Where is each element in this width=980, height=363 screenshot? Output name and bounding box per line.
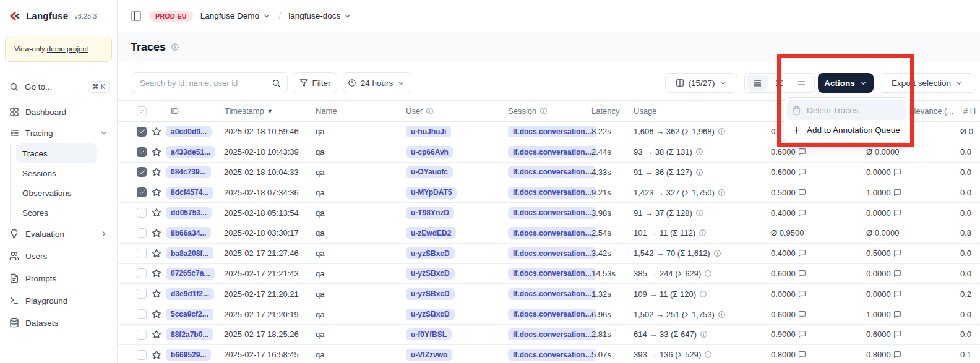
trace-checkbox[interactable] [137,228,147,238]
select-all-checkbox[interactable] [137,106,147,116]
trace-checkbox[interactable] [137,289,147,299]
session-id-badge[interactable]: lf.docs.conversation... [508,187,596,199]
info-icon[interactable] [695,148,703,156]
trace-id-badge[interactable]: a433de51... [166,146,215,158]
columns-button[interactable]: (15/27) [665,73,737,93]
trace-id-badge[interactable]: 5cca9cf2... [166,309,213,320]
sidebar-item-observations[interactable]: Observations [16,183,97,203]
column-header-id[interactable]: ID [171,101,179,121]
trace-checkbox[interactable] [137,208,147,218]
trace-checkbox[interactable] [137,350,147,360]
star-icon[interactable] [152,187,161,197]
table-row[interactable]: 88f2a7b0...2025-02-17 18:25:26qau-f0YfBS… [118,325,980,345]
comment-icon[interactable] [798,249,806,257]
star-icon[interactable] [152,330,161,340]
star-icon[interactable] [152,147,161,157]
table-row[interactable]: a433de51...2025-02-18 10:43:39qau-cp66Av… [118,142,980,163]
actions-button[interactable]: Actions [818,73,874,93]
comment-icon[interactable] [798,148,806,156]
trace-id-badge[interactable]: b669529... [166,349,211,361]
trace-id-badge[interactable]: 8dcf4574... [166,187,213,199]
column-header-latency[interactable]: Latency [591,101,620,121]
info-icon[interactable] [700,330,708,338]
session-id-badge[interactable]: lf.docs.conversation... [508,288,596,300]
star-icon[interactable] [152,268,161,278]
user-id-badge[interactable]: u-f0YfBSL [406,328,452,340]
session-id-badge[interactable]: lf.docs.conversation... [508,227,596,239]
search-input[interactable] [132,73,265,93]
sidebar-item-users[interactable]: Users [0,245,117,267]
star-icon[interactable] [152,228,161,238]
row-height-large-button[interactable] [791,75,812,91]
column-header-scoreC[interactable]: # H [963,101,976,121]
sidebar-item-prompts[interactable]: Prompts [0,267,117,289]
info-icon[interactable] [699,290,707,298]
comment-icon[interactable] [798,310,806,318]
table-row[interactable]: 07265c7a...2025-02-17 21:21:43qau-yzSBxc… [118,264,980,284]
sidebar-item-scores[interactable]: Scores [16,203,97,223]
trace-id-badge[interactable]: ba8a208f... [166,247,213,259]
session-id-badge[interactable]: lf.docs.conversation... [508,126,596,137]
sidebar-item-evaluation[interactable]: Evaluation [0,223,117,245]
sidebar-item-sessions[interactable]: Sessions [16,163,97,183]
info-icon[interactable] [171,43,179,51]
star-icon[interactable] [152,309,161,319]
session-id-badge[interactable]: lf.docs.conversation... [508,247,596,259]
comment-icon[interactable] [893,270,901,278]
info-icon[interactable] [426,107,434,115]
comment-icon[interactable] [798,351,806,359]
column-header-user[interactable]: User [406,101,434,121]
sidebar-item-playground[interactable]: Playground [0,289,117,312]
org-selector[interactable]: Langfuse Demo [200,11,271,20]
user-id-badge[interactable]: u-zEwdED2 [406,227,456,239]
trace-checkbox[interactable] [137,249,147,258]
comment-icon[interactable] [893,168,901,176]
comment-icon[interactable] [798,270,806,278]
user-id-badge[interactable]: u-T98YnzD [406,207,454,219]
table-row[interactable]: 8dcf4574...2025-02-18 07:34:36qau-MYpDAT… [118,182,980,203]
session-id-badge[interactable]: lf.docs.conversation... [508,207,596,219]
comment-icon[interactable] [798,330,806,338]
session-id-badge[interactable]: lf.docs.conversation... [508,146,596,158]
table-row[interactable]: 084c739...2025-02-18 10:04:33qau-OYauofc… [118,163,980,183]
table-row[interactable]: dd05753...2025-02-18 05:13:54qau-T98YnzD… [118,203,980,223]
time-range-button[interactable]: 24 hours [342,72,411,93]
info-icon[interactable] [704,270,712,278]
comment-icon[interactable] [798,209,806,217]
sidebar-item-tracing[interactable]: Tracing [0,122,117,143]
user-id-badge[interactable]: u-yzSBxcD [406,268,455,280]
trace-checkbox[interactable] [137,167,147,177]
trace-checkbox[interactable] [137,147,147,157]
comment-icon[interactable] [893,310,901,318]
info-icon[interactable] [718,310,726,318]
table-row[interactable]: d3e9d1f2...2025-02-17 21:20:21qau-yzSBxc… [118,284,980,304]
user-id-badge[interactable]: u-MYpDAT5 [406,187,457,199]
comment-icon[interactable] [893,290,901,298]
star-icon[interactable] [152,249,161,258]
info-icon[interactable] [718,189,726,197]
info-icon[interactable] [704,351,712,359]
star-icon[interactable] [152,289,161,299]
column-header-timestamp[interactable]: Timestamp▼ [225,101,273,121]
session-id-badge[interactable]: lf.docs.conversation... [508,309,596,320]
comment-icon[interactable] [893,249,901,257]
column-header-usage[interactable]: Usage [634,101,657,121]
comment-icon[interactable] [798,189,806,197]
info-icon[interactable] [695,168,703,176]
star-icon[interactable] [152,350,161,360]
trace-id-badge[interactable]: a0cd0d9... [166,126,212,137]
session-id-badge[interactable]: lf.docs.conversation... [508,328,596,340]
session-id-badge[interactable]: lf.docs.conversation... [508,166,596,178]
comment-icon[interactable] [893,189,901,197]
search-button[interactable] [265,73,287,93]
session-id-badge[interactable]: lf.docs.conversation... [508,268,596,280]
user-id-badge[interactable]: u-yzSBxcD [406,288,455,300]
table-row[interactable]: b669529...2025-02-17 16:58:45qau-VIZzvwo… [118,345,980,363]
comment-icon[interactable] [893,351,901,359]
demo-project-link[interactable]: demo project [47,45,88,53]
column-header-relevance[interactable]: relevance (... [907,101,953,121]
user-id-badge[interactable]: u-yzSBxcD [406,247,455,259]
user-id-badge[interactable]: u-VIZzvwo [406,349,452,361]
info-icon[interactable] [695,209,703,217]
export-selection-button[interactable]: Export selection [879,73,976,93]
